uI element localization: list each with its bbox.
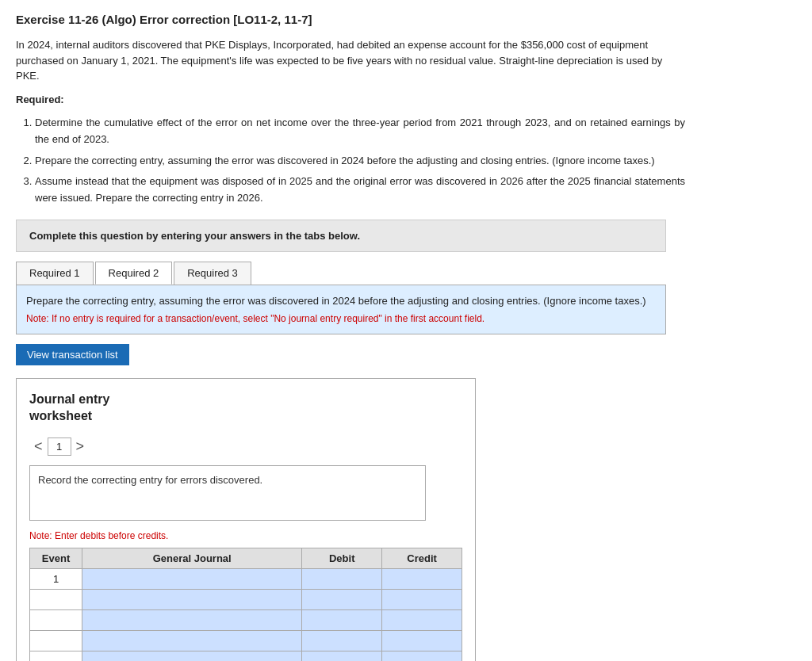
tab-required1[interactable]: Required 1 bbox=[16, 262, 94, 285]
event-cell bbox=[30, 590, 82, 610]
credit-cell[interactable] bbox=[382, 610, 462, 631]
journal-title: Journal entry worksheet bbox=[29, 392, 462, 425]
tab-description: Prepare the correcting entry, assuming t… bbox=[26, 293, 656, 309]
intro-text: In 2024, internal auditors discovered th… bbox=[16, 37, 666, 84]
journal-cell[interactable] bbox=[82, 590, 302, 610]
col-header-general-journal: General Journal bbox=[82, 548, 302, 569]
table-row bbox=[30, 631, 462, 651]
credit-cell[interactable] bbox=[382, 651, 462, 661]
event-cell: 1 bbox=[30, 569, 82, 590]
table-row bbox=[30, 651, 462, 661]
note-debits: Note: Enter debits before credits. bbox=[29, 530, 462, 541]
debit-cell[interactable] bbox=[302, 590, 382, 610]
credit-cell[interactable] bbox=[382, 569, 462, 590]
tab-content: Prepare the correcting entry, assuming t… bbox=[16, 285, 666, 335]
required-label: Required: bbox=[16, 92, 666, 108]
worksheet-nav: < 1 > bbox=[29, 437, 462, 456]
col-header-debit: Debit bbox=[302, 548, 382, 569]
table-row: 1 bbox=[30, 569, 462, 590]
requirement-2: Prepare the correcting entry, assuming t… bbox=[35, 153, 685, 170]
event-cell bbox=[30, 610, 82, 631]
table-row bbox=[30, 610, 462, 631]
entry-description-box: Record the correcting entry for errors d… bbox=[29, 465, 426, 521]
event-cell bbox=[30, 631, 82, 651]
complete-box-text: Complete this question by entering your … bbox=[29, 230, 653, 242]
table-row bbox=[30, 590, 462, 610]
journal-cell[interactable] bbox=[82, 651, 302, 661]
prev-page-arrow[interactable]: < bbox=[29, 438, 48, 455]
event-cell bbox=[30, 651, 82, 661]
tab-required2[interactable]: Required 2 bbox=[95, 262, 173, 285]
requirement-1: Determine the cumulative effect of the e… bbox=[35, 115, 685, 148]
journal-cell[interactable] bbox=[82, 631, 302, 651]
journal-cell[interactable] bbox=[82, 569, 302, 590]
credit-cell[interactable] bbox=[382, 590, 462, 610]
requirements-list: Determine the cumulative effect of the e… bbox=[35, 115, 685, 207]
debit-cell[interactable] bbox=[302, 610, 382, 631]
debit-cell[interactable] bbox=[302, 569, 382, 590]
debit-cell[interactable] bbox=[302, 631, 382, 651]
col-header-credit: Credit bbox=[382, 548, 462, 569]
journal-cell[interactable] bbox=[82, 610, 302, 631]
tabs-container: Required 1 Required 2 Required 3 bbox=[16, 262, 666, 285]
exercise-title: Exercise 11-26 (Algo) Error correction [… bbox=[16, 13, 796, 26]
debit-cell[interactable] bbox=[302, 651, 382, 661]
next-page-arrow[interactable]: > bbox=[71, 438, 90, 455]
credit-cell[interactable] bbox=[382, 631, 462, 651]
journal-worksheet: Journal entry worksheet < 1 > Record the… bbox=[16, 378, 476, 661]
page-number-box: 1 bbox=[48, 437, 71, 456]
requirement-3: Assume instead that the equipment was di… bbox=[35, 174, 685, 207]
view-transaction-button[interactable]: View transaction list bbox=[16, 344, 129, 365]
tab-note: Note: If no entry is required for a tran… bbox=[26, 311, 656, 326]
tab-required3[interactable]: Required 3 bbox=[174, 262, 251, 285]
journal-table: Event General Journal Debit Credit 1 bbox=[29, 548, 462, 661]
complete-box: Complete this question by entering your … bbox=[16, 220, 666, 252]
col-header-event: Event bbox=[30, 548, 82, 569]
